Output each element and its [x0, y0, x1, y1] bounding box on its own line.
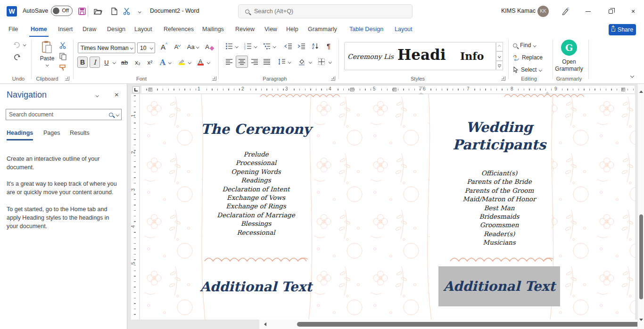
vertical-scrollbar-thumb[interactable]: [639, 214, 643, 299]
styles-scroll-up-button[interactable]: [496, 42, 503, 51]
table-column-marker[interactable]: [393, 88, 396, 91]
text-effects-button[interactable]: A: [157, 57, 168, 68]
nav-tab-pages[interactable]: Pages: [43, 130, 60, 136]
multilevel-list-button[interactable]: [261, 41, 272, 51]
change-case-button[interactable]: Aa: [185, 41, 201, 52]
tab-file[interactable]: File: [7, 23, 19, 37]
italic-button[interactable]: I: [90, 57, 100, 68]
paste-button[interactable]: Paste: [37, 41, 58, 66]
list-item[interactable]: Prelude: [168, 150, 344, 158]
font-dialog-launcher[interactable]: [212, 76, 216, 81]
open-button[interactable]: [91, 5, 105, 18]
line-spacing-dropdown-icon[interactable]: [288, 60, 291, 63]
navigation-options-icon[interactable]: [96, 94, 99, 97]
decrease-indent-button[interactable]: [282, 41, 294, 51]
align-right-button[interactable]: [249, 57, 260, 67]
open-grammarly-button[interactable]: G Open Grammarly: [553, 40, 585, 73]
list-item[interactable]: Officiant(s): [419, 169, 579, 177]
tab-grammarly[interactable]: Grammarly: [306, 23, 339, 37]
tab-references[interactable]: References: [162, 23, 195, 37]
clipboard-dialog-launcher[interactable]: [65, 76, 69, 81]
copy-button[interactable]: [58, 52, 68, 61]
tab-view[interactable]: View: [263, 23, 279, 37]
undo-dropdown-icon[interactable]: [23, 43, 26, 46]
ceremony-heading[interactable]: The Ceremony: [187, 121, 325, 138]
navigation-close-icon[interactable]: ×: [115, 90, 119, 99]
ceremony-list[interactable]: Prelude Processional Opening Words Readi…: [168, 150, 344, 237]
shrink-font-button[interactable]: A: [172, 41, 183, 52]
paragraph-dialog-launcher[interactable]: [331, 76, 335, 81]
list-item[interactable]: Recessional: [168, 228, 344, 237]
list-item[interactable]: Best Man: [419, 204, 579, 212]
styles-scroll-down-button[interactable]: [496, 51, 503, 61]
sort-button[interactable]: A Z: [309, 41, 322, 51]
replace-button[interactable]: b c Replace: [513, 53, 551, 62]
cut-button[interactable]: [120, 5, 133, 18]
grow-font-button[interactable]: A ^: [158, 41, 170, 52]
table-column-marker[interactable]: [149, 88, 152, 91]
table-column-marker[interactable]: [350, 88, 354, 91]
participants-heading[interactable]: Wedding Participants: [419, 119, 579, 154]
save-button[interactable]: [75, 5, 89, 18]
styles-dialog-launcher[interactable]: [501, 76, 505, 81]
tab-insert[interactable]: Insert: [57, 23, 74, 37]
participants-additional-text[interactable]: Additional Text: [443, 279, 555, 294]
close-button[interactable]: ×: [622, 0, 644, 23]
multilevel-dropdown-icon[interactable]: [273, 45, 276, 48]
superscript-button[interactable]: x²: [144, 57, 156, 68]
bold-button[interactable]: B: [77, 57, 88, 68]
document-page[interactable]: The Ceremony Prelude Processional Openin…: [140, 94, 635, 320]
horizontal-scrollbar-thumb[interactable]: [297, 322, 644, 327]
underline-button[interactable]: U: [102, 57, 111, 68]
find-button[interactable]: Find: [513, 41, 549, 50]
list-item[interactable]: Maid/Matron of Honor: [419, 195, 579, 203]
list-item[interactable]: Declaration of Marriage: [168, 211, 344, 219]
tab-help[interactable]: Help: [285, 23, 300, 37]
styles-more-button[interactable]: [496, 61, 503, 70]
navigation-search-input[interactable]: Search document: [6, 109, 122, 120]
list-item[interactable]: Reader(s): [419, 230, 579, 238]
ceremony-additional-text[interactable]: Additional Text: [178, 279, 334, 295]
list-item[interactable]: Processional: [168, 158, 344, 167]
undo-button[interactable]: [11, 41, 23, 50]
borders-button[interactable]: [316, 57, 327, 67]
list-item[interactable]: Parents of the Bride: [419, 177, 579, 186]
scroll-left-icon[interactable]: [262, 322, 266, 326]
minimize-button[interactable]: [577, 0, 599, 23]
table-column-marker[interactable]: [621, 88, 625, 91]
tab-stop-selector[interactable]: [132, 86, 140, 93]
nav-tab-headings[interactable]: Headings: [7, 130, 33, 140]
list-item[interactable]: Parents of the Groom: [419, 186, 579, 195]
scroll-up-icon[interactable]: [639, 89, 643, 93]
style-info[interactable]: Info: [460, 50, 484, 62]
list-item[interactable]: Exchange of Rings: [168, 202, 344, 210]
align-left-button[interactable]: [223, 57, 235, 67]
horizontal-ruler[interactable]: 1 2 3 4 5 6 7 8 9: [141, 86, 635, 93]
avatar[interactable]: KK: [537, 6, 549, 17]
highlight-dropdown-icon[interactable]: [188, 61, 191, 64]
strikethrough-button[interactable]: ab: [119, 57, 130, 68]
tab-draw[interactable]: Draw: [81, 23, 98, 37]
text-effects-dropdown-icon[interactable]: [168, 61, 171, 64]
list-item[interactable]: Readings: [168, 176, 344, 184]
restore-button[interactable]: [600, 0, 621, 23]
customize-quick-access-button[interactable]: [133, 5, 146, 18]
line-spacing-button[interactable]: [275, 57, 288, 67]
shading-button[interactable]: [296, 57, 307, 67]
shading-dropdown-icon[interactable]: [309, 60, 312, 63]
new-document-button[interactable]: [107, 5, 121, 18]
justify-button[interactable]: [261, 57, 272, 67]
bullets-button[interactable]: [223, 41, 235, 51]
list-item[interactable]: Groomsmen: [419, 221, 579, 229]
style-ceremony-list[interactable]: Ceremony Lis: [347, 53, 395, 60]
pen-sparkle-button[interactable]: [559, 5, 572, 18]
bullets-dropdown-icon[interactable]: [235, 45, 238, 48]
increase-indent-button[interactable]: [295, 41, 307, 51]
cut-button-ribbon[interactable]: [58, 41, 68, 50]
font-color-button[interactable]: A: [195, 57, 206, 68]
select-button[interactable]: Select: [513, 65, 550, 74]
clear-formatting-button[interactable]: A: [204, 41, 215, 52]
tab-home[interactable]: Home: [29, 23, 49, 37]
style-heading[interactable]: Headi: [397, 46, 450, 63]
word-logo-icon[interactable]: W: [7, 6, 17, 16]
